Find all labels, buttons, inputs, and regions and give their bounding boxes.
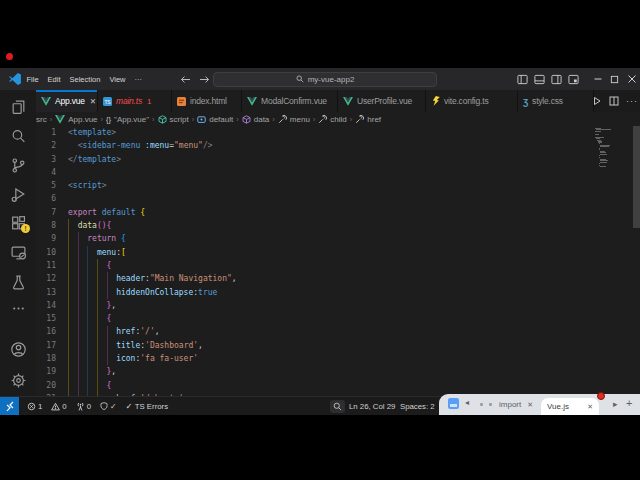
pkg-teal-icon [158, 115, 167, 124]
browser-favicon [448, 398, 459, 409]
browser-tab-import[interactable]: import✕ [499, 394, 533, 415]
status-warnings[interactable]: 0 [51, 402, 66, 411]
scrollbar[interactable] [633, 126, 640, 228]
browser-tab-scroll-icon[interactable]: ▸ [613, 399, 618, 409]
status-cursor-position[interactable]: Ln 26, Col 29 [349, 397, 395, 415]
search-icon [296, 75, 304, 83]
breadcrumb: src›App.vue›{}"App.vue"›script›default›d… [36, 112, 640, 126]
remote-indicator[interactable] [0, 397, 19, 415]
toggle-secondary-sidebar-icon[interactable] [548, 68, 565, 90]
breadcrumb-separator: › [350, 115, 353, 124]
menu-File[interactable]: File [22, 75, 43, 84]
breadcrumb-App.vue[interactable]: App.vue [55, 115, 97, 124]
code-content: <template> <sidebar-menu :menu="menu"/><… [68, 126, 237, 396]
more-actions-icon[interactable]: ··· [626, 96, 638, 106]
error-icon [27, 402, 36, 411]
breadcrumb-menu[interactable]: menu [278, 115, 310, 124]
status-indentation[interactable]: Spaces: 2 [400, 397, 435, 415]
nav-forward-icon[interactable] [199, 70, 210, 88]
tab-bar: App.vue✕TSmain.ts1index.htmlModalConfirm… [0, 90, 640, 112]
split-editor-icon[interactable] [609, 92, 619, 110]
close-tab-icon[interactable]: ✕ [90, 97, 96, 106]
extensions-icon[interactable]: ! [6, 211, 30, 235]
close-button[interactable] [623, 68, 640, 90]
vue-icon [55, 115, 65, 124]
warning-icon [51, 402, 60, 411]
menu-more[interactable]: ··· [130, 75, 147, 84]
tab-App.vue[interactable]: App.vue✕ [36, 90, 98, 112]
account-icon[interactable] [6, 337, 30, 361]
wrench-icon [318, 115, 327, 124]
search-icon[interactable] [6, 124, 30, 148]
code-editor[interactable]: 123456789101112131415161718192021 <templ… [36, 126, 640, 396]
breadcrumb-separator: › [192, 115, 195, 124]
breadcrumb-child[interactable]: child [318, 115, 346, 124]
settings-gear-icon[interactable] [6, 368, 30, 392]
browser-tab-strip-overlay: ◂ import✕ Vue.js✕ ▸ + [439, 394, 640, 415]
browser-tab-vuejs[interactable]: Vue.js✕ [541, 398, 599, 415]
tab-ModalConfirm.vue[interactable]: ModalConfirm.vue [242, 90, 338, 112]
bracket-icon [197, 115, 206, 124]
breadcrumb-data[interactable]: data [242, 115, 270, 124]
tab-style.css[interactable]: ʒstyle.css [518, 90, 594, 112]
breadcrumb-href[interactable]: href [355, 115, 381, 124]
tab-main.ts[interactable]: TSmain.ts1 [98, 90, 172, 112]
vue-file-icon [343, 97, 353, 106]
breadcrumb-default[interactable]: default [197, 115, 233, 124]
check-icon: ✓ [126, 401, 133, 411]
customize-layout-icon[interactable] [565, 68, 582, 90]
breadcrumb-script[interactable]: script [158, 115, 189, 124]
status-search-icon[interactable] [330, 400, 345, 413]
menu-Edit[interactable]: Edit [43, 75, 65, 84]
breadcrumb-separator: › [152, 115, 155, 124]
browser-dot2-icon [489, 403, 492, 406]
more-views-icon[interactable] [6, 296, 30, 320]
wrench-icon [278, 115, 287, 124]
maximize-button[interactable] [606, 68, 623, 90]
breadcrumb-separator: › [101, 115, 104, 124]
browser-back-icon[interactable]: ◂ [465, 398, 469, 407]
menu-bar: FileEditSelectionView··· [22, 68, 147, 90]
tab-error-badge: 1 [147, 97, 151, 106]
menu-Selection[interactable]: Selection [65, 75, 105, 84]
breadcrumb-separator: › [313, 115, 316, 124]
recording-dot-bottom [597, 392, 605, 400]
tab-UserProfile.vue[interactable]: UserProfile.vue [338, 90, 426, 112]
explorer-icon[interactable] [6, 95, 30, 119]
browser-new-tab-icon[interactable]: + [626, 397, 632, 409]
status-errors[interactable]: 1 [27, 402, 42, 411]
line-numbers: 123456789101112131415161718192021 [36, 126, 56, 396]
remote-explorer-icon[interactable] [6, 240, 30, 264]
vite-file-icon [431, 96, 440, 106]
vscode-window: FileEditSelectionView··· my-vue-app2 [0, 68, 640, 415]
svg-text:TS: TS [105, 98, 112, 104]
wrench-icon [355, 115, 364, 124]
breadcrumb-separator: › [50, 115, 53, 124]
toggle-sidebar-icon[interactable] [514, 68, 531, 90]
run-debug-icon[interactable] [6, 182, 30, 206]
vue-file-icon [41, 97, 51, 106]
breadcrumb-separator: › [236, 115, 239, 124]
vscode-logo-icon [8, 72, 22, 90]
screen: FileEditSelectionView··· my-vue-app2 [0, 0, 640, 480]
toggle-panel-icon[interactable] [531, 68, 548, 90]
pkg-purple-icon [242, 115, 251, 124]
status-ports[interactable]: 0 [76, 402, 91, 411]
breadcrumb-App.vue[interactable]: {}"App.vue" [106, 115, 149, 124]
testing-icon[interactable] [6, 270, 30, 294]
menu-View[interactable]: View [105, 75, 130, 84]
shield-icon [100, 402, 108, 410]
source-control-icon[interactable] [6, 153, 30, 177]
browser-dot-icon [480, 403, 483, 406]
command-center-search[interactable]: my-vue-app2 [213, 72, 437, 87]
status-trust[interactable]: ✓ [100, 402, 117, 411]
minimize-button[interactable] [589, 68, 606, 90]
recording-dot-top [6, 53, 13, 60]
breadcrumb-src[interactable]: src [36, 115, 47, 124]
run-button[interactable] [592, 92, 602, 110]
tab-vite.config.ts[interactable]: vite.config.ts [426, 90, 518, 112]
tab-index.html[interactable]: index.html [172, 90, 242, 112]
status-ts-errors[interactable]: ✓TS Errors [126, 401, 168, 411]
nav-back-icon[interactable] [180, 70, 191, 88]
css-file-icon: ʒ [523, 97, 528, 106]
